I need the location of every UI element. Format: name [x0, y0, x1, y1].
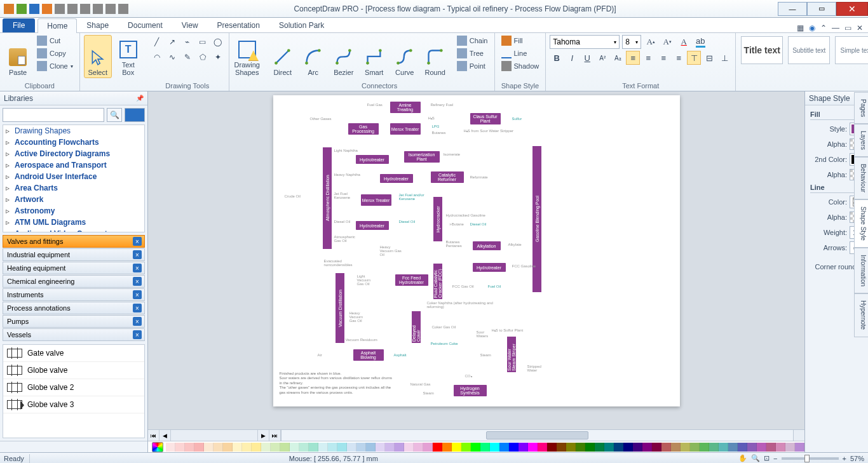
box-sourwater[interactable]: Sour Water Steam Striper	[507, 337, 516, 372]
color-swatch[interactable]	[795, 443, 804, 452]
tree-connector[interactable]: Tree	[454, 48, 491, 59]
color-swatch[interactable]	[728, 443, 738, 452]
child-min-icon[interactable]: —	[832, 23, 839, 32]
color-swatch[interactable]	[509, 443, 519, 452]
tab-home[interactable]: Home	[37, 18, 77, 33]
page-tab-bar[interactable]: ⏮ ◀ ▶ ⏭	[148, 430, 281, 441]
align-center[interactable]: ≡	[641, 51, 655, 65]
polyline-tool[interactable]: ⌁	[180, 35, 194, 49]
tab-next[interactable]: ▶	[258, 430, 269, 441]
color-swatch[interactable]	[242, 443, 252, 452]
side-tab-layers[interactable]: Layers	[854, 124, 868, 157]
color-swatch[interactable]	[652, 443, 661, 452]
side-tab-shape-style[interactable]: Shape Style	[854, 199, 868, 248]
color-swatch[interactable]	[175, 443, 185, 452]
library-view-toggle[interactable]	[125, 108, 145, 122]
lib-tree-item[interactable]: Astronomy	[3, 205, 144, 217]
zoom-in[interactable]: +	[843, 455, 846, 462]
color-swatch[interactable]	[738, 443, 747, 452]
color-swatch[interactable]	[166, 443, 175, 452]
collapse-ribbon-icon[interactable]: ⌃	[820, 23, 827, 32]
color-swatch[interactable]	[433, 443, 442, 452]
library-search-input[interactable]	[3, 108, 104, 122]
maximize-button[interactable]: ▭	[807, 2, 836, 16]
clone-button[interactable]: Clone▾	[34, 60, 76, 72]
superscript-button[interactable]: A²	[595, 51, 609, 65]
font-name-input[interactable]: Tahoma▾	[550, 35, 620, 49]
lib-category[interactable]: Valves and fittings×	[3, 235, 145, 248]
bold-button[interactable]: B	[550, 51, 564, 65]
polygon-tool[interactable]: ⬠	[196, 50, 210, 64]
lib-tree-item[interactable]: Android User Interface	[3, 171, 144, 182]
color-swatch[interactable]	[585, 443, 595, 452]
close-button[interactable]	[836, 2, 868, 16]
box-atmos[interactable]: Atmospheric Distillation	[323, 147, 332, 249]
style-simple[interactable]: Simple text	[835, 36, 868, 64]
color-swatch[interactable]	[719, 443, 728, 452]
color-swatch[interactable]	[414, 443, 423, 452]
color-swatch[interactable]	[385, 443, 395, 452]
curve-connector[interactable]: Curve	[391, 35, 419, 78]
qat-save-icon[interactable]	[42, 4, 52, 14]
side-tab-pages[interactable]: Pages	[854, 92, 868, 124]
qat-open-icon[interactable]	[29, 4, 39, 14]
line-button[interactable]: Line	[499, 48, 542, 59]
box-hydro2[interactable]: Hydrotreater	[380, 174, 413, 183]
lib-shape-item[interactable]: Globe valve	[3, 362, 144, 379]
highlight-color[interactable]: ab	[693, 35, 707, 49]
color-swatch[interactable]	[576, 443, 585, 452]
color-swatch[interactable]	[309, 443, 318, 452]
style-title[interactable]: Title text	[741, 36, 783, 64]
bezier-connector[interactable]: Bezier	[330, 35, 358, 78]
align-right[interactable]: ≡	[656, 51, 670, 65]
box-fcc[interactable]: Fluid Catalytic Cracker (FCC)	[433, 264, 442, 299]
color-picker-icon[interactable]	[152, 442, 163, 452]
color-swatch[interactable]	[623, 443, 633, 452]
box-catref[interactable]: Catalytic Reformer	[431, 171, 464, 183]
options-icon[interactable]: ◉	[809, 23, 815, 32]
box-amine[interactable]: Amine Treating	[390, 102, 421, 113]
color-swatch[interactable]	[404, 443, 414, 452]
color-swatch[interactable]	[700, 443, 709, 452]
box-coker[interactable]: Delayed Coker	[412, 311, 421, 343]
qat-cut-icon[interactable]	[93, 4, 103, 14]
round-connector[interactable]: Round	[421, 35, 449, 78]
freehand-tool[interactable]: ✎	[180, 50, 194, 64]
point-connector[interactable]: Point	[454, 60, 491, 72]
minimize-button[interactable]: —	[778, 2, 807, 16]
zoom-thumb[interactable]	[804, 455, 810, 462]
zoom-out[interactable]: −	[773, 455, 777, 462]
fit-page-icon[interactable]: ⊡	[764, 454, 770, 462]
tab-first[interactable]: ⏮	[148, 430, 159, 441]
color-swatch[interactable]	[766, 443, 776, 452]
color-swatch[interactable]	[442, 443, 452, 452]
lib-category[interactable]: Vessels×	[3, 328, 145, 341]
box-isom[interactable]: Isomerization Plant	[404, 151, 440, 163]
color-swatch[interactable]	[356, 443, 366, 452]
textbox-tool[interactable]: T Text Box	[114, 35, 142, 78]
color-swatch[interactable]	[395, 443, 404, 452]
box-claus[interactable]: Claus Sulfur Plant	[470, 113, 501, 124]
star-tool[interactable]: ✦	[211, 50, 225, 64]
fill-button[interactable]: Fill	[499, 35, 542, 46]
box-hydrocracker[interactable]: Hydrocracker	[433, 197, 442, 241]
side-tab-hypernote[interactable]: Hypernote	[854, 293, 868, 337]
font-shrink[interactable]: A▾	[660, 35, 674, 49]
color-swatch[interactable]	[633, 443, 642, 452]
color-swatch[interactable]	[337, 443, 347, 452]
qat-undo-icon[interactable]	[67, 4, 78, 14]
box-gaspool[interactable]: Gasoline Blending Pool	[532, 146, 541, 292]
color-swatch[interactable]	[490, 443, 499, 452]
line-tool[interactable]: ╱	[150, 35, 164, 49]
file-tab[interactable]: File	[3, 18, 35, 32]
color-swatch[interactable]	[642, 443, 652, 452]
shadow-button[interactable]: Shadow	[499, 60, 542, 72]
color-swatch[interactable]	[471, 443, 480, 452]
valign-bottom[interactable]: ⊥	[717, 51, 731, 65]
lib-tree-item[interactable]: Audio and Video Connectors	[3, 228, 144, 232]
ellipse-tool[interactable]: ◯	[211, 35, 225, 49]
pan-tool-icon[interactable]: ✋	[738, 454, 747, 462]
color-swatch[interactable]	[261, 443, 271, 452]
color-swatch[interactable]	[747, 443, 757, 452]
lib-category[interactable]: Chemical engineering×	[3, 275, 145, 288]
